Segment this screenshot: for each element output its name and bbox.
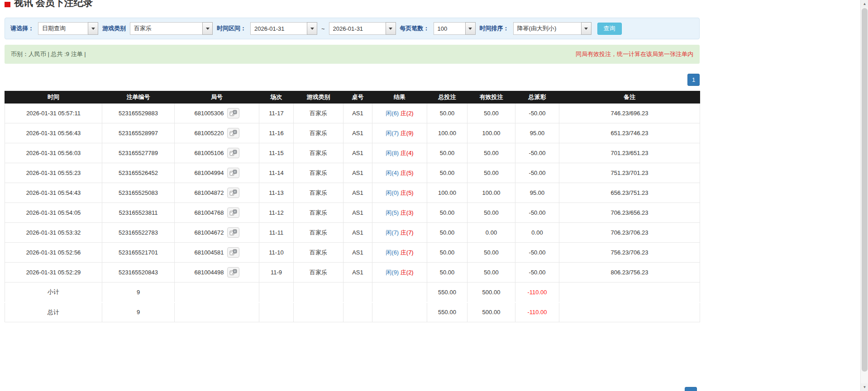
- sort-order-input[interactable]: [513, 22, 581, 35]
- dice-replay-icon[interactable]: [227, 267, 239, 278]
- header-time: 时间: [5, 91, 102, 104]
- round-number: 681004872: [194, 189, 224, 196]
- cell-bet-id: 523165529883: [102, 104, 175, 123]
- result-banker: 庄(2): [401, 110, 414, 117]
- cell-time: 2026-01-31 05:54:43: [5, 183, 102, 203]
- cell-note: 656.23/751.23: [559, 183, 700, 203]
- title-row: 视讯 会员下注纪录: [5, 0, 700, 14]
- cell-valid-bet: 50.00: [467, 263, 515, 283]
- date-range-label: 时间区间：: [217, 24, 246, 33]
- chevron-down-icon: [206, 28, 210, 30]
- subtotal-valid-bet: 500.00: [467, 283, 515, 302]
- total-count: 9: [102, 302, 175, 322]
- cell-payout: -50.00: [515, 243, 559, 263]
- date-from-dropdown-button[interactable]: [307, 22, 317, 35]
- select-type-input[interactable]: [38, 22, 88, 35]
- cell-game-type: 百家乐: [294, 163, 343, 183]
- cell-valid-bet: 50.00: [467, 104, 515, 123]
- chevron-down-icon: [468, 28, 472, 30]
- cell-table-no: AS1: [343, 183, 372, 203]
- table-row: 2026-01-31 05:55:23 523165526452 6810049…: [5, 163, 700, 183]
- cell-bet-id: 523165528997: [102, 123, 175, 143]
- cell-result: 闲(4) 庄(5): [372, 163, 427, 183]
- page-size-combo: [434, 22, 476, 35]
- cell-total-bet: 50.00: [427, 163, 467, 183]
- scroll-up-icon[interactable]: ▲: [861, 0, 868, 8]
- header-total-bet: 总投注: [427, 91, 467, 104]
- cell-note: 806.23/756.23: [559, 263, 700, 283]
- select-type-dropdown-button[interactable]: [88, 22, 98, 35]
- cell-valid-bet: 100.00: [467, 183, 515, 203]
- dice-replay-icon[interactable]: [227, 227, 239, 238]
- page-1-button[interactable]: 1: [687, 74, 700, 86]
- cell-valid-bet: 50.00: [467, 163, 515, 183]
- total-total-bet: 550.00: [427, 302, 467, 322]
- cell-table-no: AS1: [343, 143, 372, 163]
- cell-bet-id: 523165520843: [102, 263, 175, 283]
- result-player: 闲(7): [386, 229, 399, 236]
- cell-result: 闲(6) 庄(2): [372, 104, 427, 123]
- cell-note: 756.23/706.23: [559, 243, 700, 263]
- result-player: 闲(9): [386, 269, 399, 276]
- vertical-scrollbar[interactable]: ▲ ▼: [860, 0, 868, 391]
- cell-valid-bet: 0.00: [467, 223, 515, 243]
- cell-result: 闲(7) 庄(7): [372, 223, 427, 243]
- chevron-down-icon: [310, 28, 314, 30]
- scroll-down-icon[interactable]: ▼: [861, 383, 868, 391]
- result-banker: 庄(5): [401, 170, 414, 176]
- cell-result: 闲(7) 庄(9): [372, 123, 427, 143]
- header-valid-bet: 有效投注: [467, 91, 515, 104]
- cell-total-bet: 50.00: [427, 104, 467, 123]
- game-type-dropdown-button[interactable]: [202, 22, 213, 35]
- header-game-type: 游戏类别: [294, 91, 343, 104]
- page-size-dropdown-button[interactable]: [465, 22, 476, 35]
- cell-round: 681004994: [175, 163, 259, 183]
- dice-replay-icon[interactable]: [227, 128, 239, 138]
- date-from-input[interactable]: [250, 22, 307, 35]
- dice-replay-icon[interactable]: [227, 188, 239, 198]
- page-title: 视讯 会员下注纪录: [14, 0, 93, 9]
- result-banker: 庄(7): [401, 249, 414, 256]
- bet-records-table: 时间 注单编号 局号 场次 游戏类别 桌号 结果 总投注 有效投注 总派彩 备注…: [5, 91, 700, 322]
- select-type-label: 请选择：: [10, 24, 34, 33]
- dice-replay-icon[interactable]: [227, 168, 239, 178]
- cell-game-type: 百家乐: [294, 123, 343, 143]
- select-type-combo: [38, 22, 98, 35]
- cell-valid-bet: 50.00: [467, 243, 515, 263]
- cell-table-no: AS1: [343, 203, 372, 223]
- cell-table-no: AS1: [343, 243, 372, 263]
- date-to-input[interactable]: [329, 22, 386, 35]
- sort-order-combo: [513, 22, 591, 35]
- result-player: 闲(6): [386, 110, 399, 117]
- dice-replay-icon[interactable]: [227, 207, 239, 218]
- game-type-input[interactable]: [130, 22, 202, 35]
- dice-replay-icon[interactable]: [227, 247, 239, 258]
- cell-payout: 0.00: [515, 223, 559, 243]
- cell-game-type: 百家乐: [294, 263, 343, 283]
- header-round: 局号: [175, 91, 259, 104]
- sort-order-dropdown-button[interactable]: [581, 22, 591, 35]
- cell-table-no: AS1: [343, 263, 372, 283]
- scrollbar-thumb[interactable]: [862, 8, 868, 372]
- cell-time: 2026-01-31 05:56:43: [5, 123, 102, 143]
- dice-replay-icon[interactable]: [227, 108, 239, 118]
- cell-session: 11-9: [259, 263, 294, 283]
- page-1-button-bottom[interactable]: 1: [685, 387, 697, 391]
- total-row: 总计 9 550.00 500.00 -110.00: [5, 302, 700, 322]
- round-number: 681004498: [194, 269, 224, 276]
- cell-total-bet: 50.00: [427, 263, 467, 283]
- round-number: 681005220: [194, 130, 224, 137]
- cell-total-bet: 50.00: [427, 203, 467, 223]
- cell-game-type: 百家乐: [294, 143, 343, 163]
- game-type-label: 游戏类别: [102, 24, 126, 33]
- result-banker: 庄(7): [401, 229, 414, 236]
- date-to-dropdown-button[interactable]: [386, 22, 396, 35]
- page-size-input[interactable]: [434, 22, 465, 35]
- cell-time: 2026-01-31 05:54:05: [5, 203, 102, 223]
- result-banker: 庄(4): [401, 150, 414, 156]
- cell-round: 681005220: [175, 123, 259, 143]
- cell-game-type: 百家乐: [294, 203, 343, 223]
- search-button[interactable]: 查询: [597, 23, 622, 35]
- dice-replay-icon[interactable]: [227, 148, 239, 158]
- cell-payout: -50.00: [515, 143, 559, 163]
